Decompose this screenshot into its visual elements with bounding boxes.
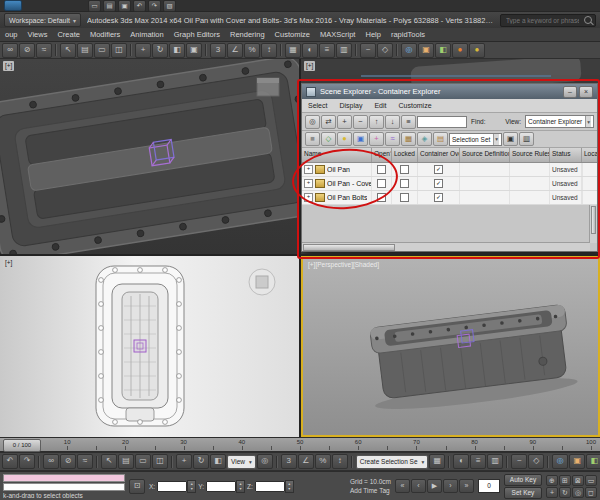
redo-icon[interactable]: ↷ <box>148 0 161 12</box>
select-and-scale-icon[interactable]: ◧ <box>169 43 185 58</box>
pan-view-icon[interactable]: + <box>546 487 558 498</box>
find-select-icon[interactable]: ◎ <box>305 115 320 129</box>
menu-item-oup[interactable]: oup <box>0 29 23 40</box>
display-shapes-icon[interactable]: ◇ <box>321 132 336 146</box>
explorer-view-dropdown[interactable]: Container Explorer ▾ <box>525 115 594 128</box>
close-button[interactable]: × <box>579 86 593 98</box>
percent-snap-icon[interactable]: % <box>244 43 260 58</box>
menu-item-customize[interactable]: Customize <box>270 29 315 40</box>
listener-field[interactable] <box>3 483 125 491</box>
align-icon[interactable]: ≡ <box>319 43 335 58</box>
viewport-top-left[interactable]: [+] <box>0 59 299 254</box>
select-and-move-icon[interactable]: + <box>176 454 192 469</box>
column-header-open[interactable]: Open? <box>372 148 392 162</box>
display-helpers-icon[interactable]: + <box>369 132 384 146</box>
select-and-rotate-icon[interactable]: ↻ <box>193 454 209 469</box>
time-slider-handle[interactable]: 0 / 100 <box>3 439 41 452</box>
select-object-icon[interactable]: ↖ <box>60 43 76 58</box>
select-and-scale-icon[interactable]: ◧ <box>210 454 226 469</box>
macro-recorder-field[interactable] <box>3 474 125 482</box>
layer-manager-icon[interactable]: ▥ <box>336 43 352 58</box>
selection-set-dropdown[interactable]: Selection Set ▾ <box>449 133 502 146</box>
zoom-extents-icon[interactable]: ⊠ <box>572 475 584 486</box>
column-header-source-definition[interactable]: Source Definition <box>460 148 510 162</box>
set-key-button[interactable]: Set Key <box>504 487 542 499</box>
zoom-icon[interactable]: ⊕ <box>546 475 558 486</box>
edit-named-selection-sets-icon[interactable]: ▦ <box>285 43 301 58</box>
unlink-selection-icon[interactable]: ⊘ <box>60 454 76 469</box>
scrollbar-thumb[interactable] <box>591 206 596 234</box>
display-geometry-icon[interactable]: ■ <box>305 132 320 146</box>
workspace-dropdown[interactable]: Workspace: Default ▾ <box>4 13 81 27</box>
z-spinner[interactable]: ▴▾ <box>285 480 294 493</box>
display-lights-icon[interactable]: ● <box>337 132 352 146</box>
rectangular-selection-icon[interactable]: ▭ <box>135 454 151 469</box>
sync-selection-icon[interactable]: ⇄ <box>321 115 336 129</box>
container-override-checkbox[interactable]: ✓ <box>434 165 443 174</box>
named-selection-sets-dropdown[interactable]: Create Selection Se▾ <box>356 455 429 469</box>
menu-item-animation[interactable]: Animation <box>125 29 168 40</box>
percent-snap-icon[interactable]: % <box>315 454 331 469</box>
new-scene-icon[interactable]: ▭ <box>88 0 101 12</box>
menu-item-rapidtools[interactable]: rapidTools <box>386 29 430 40</box>
menu-item-graph-editors[interactable]: Graph Editors <box>169 29 225 40</box>
spinner-snap-icon[interactable]: ↕ <box>332 454 348 469</box>
select-and-rotate-icon[interactable]: ↻ <box>152 43 168 58</box>
use-pivot-point-icon[interactable]: ◎ <box>257 454 273 469</box>
viewport-label[interactable]: [+] <box>3 61 14 71</box>
scene-explorer-window[interactable]: Scene Explorer - Container Explorer –× S… <box>301 83 598 252</box>
locked-checkbox[interactable] <box>400 165 409 174</box>
container-override-checkbox[interactable]: ✓ <box>434 193 443 202</box>
display-cameras-icon[interactable]: ▣ <box>353 132 368 146</box>
column-header-locked[interactable]: Locked ... <box>392 148 418 162</box>
play-animation-icon[interactable]: ▶ <box>427 479 442 493</box>
display-space-warps-icon[interactable]: ≈ <box>385 132 400 146</box>
zoom-all-icon[interactable]: ⊞ <box>559 475 571 486</box>
horizontal-scrollbar[interactable] <box>302 242 590 251</box>
edit-named-selection-sets-icon[interactable]: ▦ <box>429 454 445 469</box>
viewport-label[interactable]: [+] <box>304 61 315 71</box>
open-checkbox[interactable] <box>377 165 386 174</box>
angle-snap-icon[interactable]: ∠ <box>227 43 243 58</box>
reference-coordinate-system-dropdown[interactable]: View▾ <box>227 455 256 469</box>
explorer-menu-select[interactable]: Select <box>302 102 333 109</box>
add-time-tag[interactable]: Add Time Tag <box>350 487 391 494</box>
previous-frame-icon[interactable]: ‹ <box>411 479 426 493</box>
window-crossing-icon[interactable]: ◫ <box>152 454 168 469</box>
undo-icon[interactable]: ↶ <box>2 454 18 469</box>
select-and-link-icon[interactable]: ∞ <box>43 454 59 469</box>
mirror-icon[interactable]: ◐ <box>302 43 318 58</box>
auto-key-button[interactable]: Auto Key <box>504 474 542 486</box>
selection-lock-icon[interactable]: ⊡ <box>129 479 145 494</box>
column-header-source-rules[interactable]: Source Rules <box>510 148 550 162</box>
field-of-view-icon[interactable]: ◎ <box>572 487 584 498</box>
curve-editor-icon[interactable]: ~ <box>360 43 376 58</box>
column-header-status[interactable]: Status <box>550 148 582 162</box>
render-iterative-icon[interactable]: ● <box>469 43 485 58</box>
menu-item-views[interactable]: Views <box>23 29 53 40</box>
rectangular-selection-icon[interactable]: ▭ <box>94 43 110 58</box>
locked-checkbox[interactable] <box>400 179 409 188</box>
explorer-row[interactable]: +Oil Pan - Cover✓Unsaved <box>302 177 597 191</box>
schematic-view-icon[interactable]: ◇ <box>528 454 544 469</box>
explorer-row[interactable]: +Oil Pan Bolts✓Unsaved <box>302 191 597 205</box>
vertical-scrollbar[interactable] <box>589 205 597 243</box>
go-to-end-icon[interactable]: » <box>459 479 474 493</box>
snaps-toggle-icon[interactable]: 3 <box>281 454 297 469</box>
open-file-icon[interactable]: ▤ <box>103 0 116 12</box>
display-xrefs-icon[interactable]: ◈ <box>417 132 432 146</box>
unlink-selection-icon[interactable]: ⊘ <box>19 43 35 58</box>
locked-checkbox[interactable] <box>400 193 409 202</box>
undo-icon[interactable]: ↶ <box>133 0 146 12</box>
explorer-menu-edit[interactable]: Edit <box>368 102 392 109</box>
y-coordinate-field[interactable] <box>206 481 236 492</box>
mirror-icon[interactable]: ◐ <box>453 454 469 469</box>
expand-icon[interactable]: + <box>304 179 313 188</box>
bind-to-space-warp-icon[interactable]: ≈ <box>77 454 93 469</box>
select-and-move-icon[interactable]: + <box>135 43 151 58</box>
render-setup-icon[interactable]: ▣ <box>569 454 585 469</box>
zoom-region-icon[interactable]: ▭ <box>585 475 597 486</box>
layer-manager-icon[interactable]: ▥ <box>487 454 503 469</box>
select-and-manipulate-icon[interactable]: ▣ <box>186 43 202 58</box>
explorer-menu-display[interactable]: Display <box>333 102 368 109</box>
